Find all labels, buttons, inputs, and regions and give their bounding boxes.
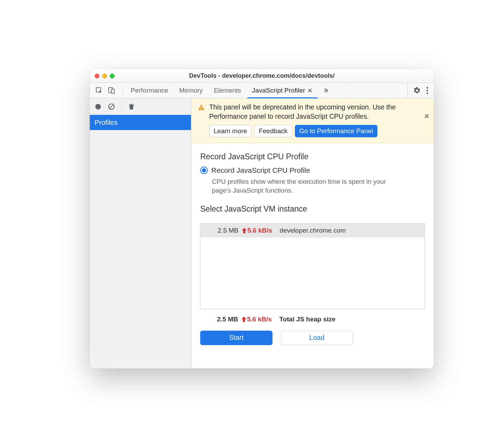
svg-point-5 [427, 93, 428, 94]
main-panel: This panel will be deprecated in the upc… [191, 98, 434, 369]
close-window-button[interactable] [95, 74, 99, 78]
inspect-icon[interactable] [95, 87, 103, 94]
profile-type-option[interactable]: Record JavaScript CPU Profile [200, 166, 425, 174]
load-button[interactable]: Load [281, 331, 353, 345]
vm-host: developer.chrome.com [272, 227, 346, 234]
tab-performance[interactable]: Performance [125, 83, 174, 98]
radio-icon [200, 167, 208, 174]
tab-memory[interactable]: Memory [174, 83, 208, 98]
tab-javascript-profiler[interactable]: JavaScript Profiler ✕ [247, 83, 318, 98]
content: Record JavaScript CPU Profile Record Jav… [191, 143, 434, 369]
svg-point-3 [427, 87, 428, 89]
tab-label: Elements [214, 87, 241, 94]
go-to-performance-button[interactable]: Go to Performance Panel [295, 125, 377, 137]
sidebar-item-label: Profiles [95, 119, 118, 127]
devtools-window: DevTools - developer.chrome.com/docs/dev… [90, 69, 434, 369]
feedback-button[interactable]: Feedback [254, 125, 292, 137]
tab-label: Memory [179, 87, 203, 94]
sidebar: Profiles [90, 98, 191, 369]
window-title: DevTools - developer.chrome.com/docs/dev… [90, 72, 434, 79]
record-icon[interactable] [95, 103, 101, 110]
clear-icon[interactable] [108, 103, 115, 110]
tab-elements[interactable]: Elements [208, 83, 246, 98]
device-toggle-icon[interactable] [108, 87, 115, 94]
tab-label: Performance [131, 87, 168, 94]
svg-rect-9 [201, 106, 202, 108]
learn-more-button[interactable]: Learn more [209, 125, 251, 137]
minimize-window-button[interactable] [102, 74, 107, 78]
vm-instance-list: 2.5 MB 5.6 kB/s developer.chrome.com [200, 223, 425, 309]
total-rate: 5.6 kB/s [242, 316, 272, 323]
vm-rate: 5.6 kB/s [242, 227, 272, 234]
total-heap-row: 2.5 MB 5.6 kB/s Total JS heap size [200, 309, 425, 323]
sidebar-toolbar [90, 98, 191, 115]
titlebar: DevTools - developer.chrome.com/docs/dev… [90, 69, 434, 83]
tabs: Performance Memory Elements JavaScript P… [125, 83, 407, 98]
settings-icon[interactable] [413, 87, 421, 94]
warning-icon [197, 103, 205, 137]
start-button[interactable]: Start [200, 331, 272, 345]
banner-text: This panel will be deprecated in the upc… [209, 103, 417, 121]
deprecation-banner: This panel will be deprecated in the upc… [191, 98, 434, 143]
svg-rect-10 [201, 109, 202, 110]
svg-point-6 [95, 104, 101, 109]
total-label: Total JS heap size [272, 316, 335, 323]
traffic-lights [95, 74, 115, 78]
tab-label: JavaScript Profiler [252, 87, 305, 94]
svg-rect-2 [111, 89, 114, 93]
close-banner-icon[interactable]: ✕ [424, 112, 430, 120]
heading-record: Record JavaScript CPU Profile [200, 152, 425, 161]
heading-vm: Select JavaScript VM instance [200, 204, 425, 214]
toolbar: Performance Memory Elements JavaScript P… [90, 83, 434, 98]
delete-icon[interactable] [128, 103, 135, 110]
maximize-window-button[interactable] [110, 74, 115, 78]
svg-point-4 [427, 90, 428, 92]
arrow-up-icon [242, 228, 247, 233]
close-tab-icon[interactable]: ✕ [307, 87, 313, 95]
vm-instance-row[interactable]: 2.5 MB 5.6 kB/s developer.chrome.com [201, 224, 425, 237]
sidebar-item-profiles[interactable]: Profiles [90, 115, 191, 130]
svg-line-8 [110, 105, 114, 108]
radio-label: Record JavaScript CPU Profile [211, 166, 310, 174]
vm-size: 2.5 MB [201, 227, 242, 234]
more-tabs-button[interactable] [318, 83, 333, 98]
profile-type-description: CPU profiles show where the execution ti… [212, 177, 405, 195]
arrow-up-icon [242, 317, 246, 322]
kebab-menu-icon[interactable] [426, 87, 428, 94]
total-size: 2.5 MB [200, 316, 242, 323]
